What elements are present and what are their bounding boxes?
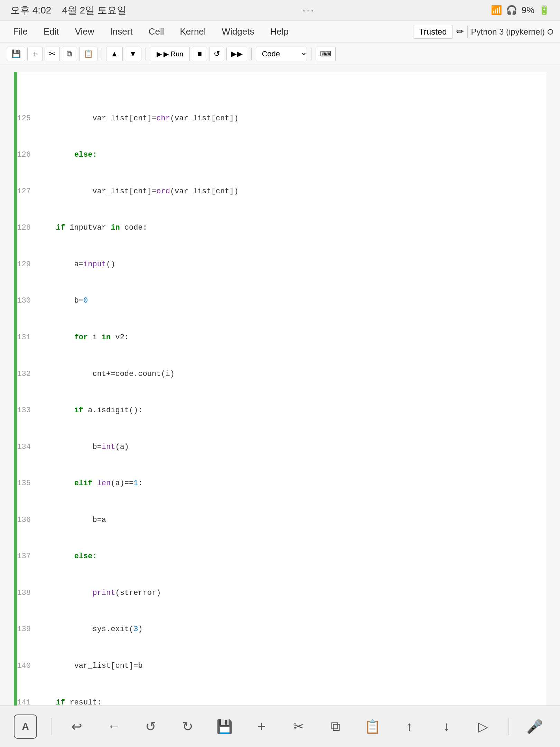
back-icon[interactable]: ← — [102, 714, 125, 739]
code-line-128: 128 if inputvar in code: — [17, 222, 546, 234]
code-cell: 125 var_list[cnt]=chr(var_list[cnt]) 126… — [14, 72, 546, 747]
up-bottom-icon[interactable]: ↑ — [398, 714, 421, 739]
add-bottom-icon[interactable]: + — [250, 714, 273, 739]
code-line-140: 140 var_list[cnt]=b — [17, 660, 546, 672]
code-line-138: 138 print(strerror) — [17, 587, 546, 599]
status-right: 📶 🎧 9% 🔋 — [491, 5, 550, 16]
menu-bar: File Edit View Insert Cell Kernel Widget… — [0, 21, 560, 43]
cut-button[interactable]: ✂ — [45, 47, 60, 61]
status-dots: ··· — [303, 5, 315, 16]
bottom-sep-2 — [508, 718, 509, 735]
keyboard-icon-box[interactable]: A — [14, 714, 37, 739]
toolbar: 💾 + ✂ ⧉ 📋 ▲ ▼ ▶ ▶ Run ■ ↺ ▶▶ Code Markdo… — [0, 43, 560, 65]
run-button[interactable]: ▶ ▶ Run — [150, 47, 190, 61]
forward-bottom-icon[interactable]: ▷ — [472, 714, 495, 739]
copy-bottom-icon[interactable]: ⧉ — [324, 714, 347, 739]
keyboard-a-label: A — [22, 721, 29, 732]
menu-help[interactable]: Help — [264, 24, 295, 39]
main-content: 125 var_list[cnt]=chr(var_list[cnt]) 126… — [0, 65, 560, 747]
cell-type-select[interactable]: Code Markdown Raw — [256, 47, 307, 61]
menu-cell[interactable]: Cell — [142, 24, 170, 39]
code-line-127: 127 var_list[cnt]=ord(var_list[cnt]) — [17, 185, 546, 197]
code-line-135: 135 elif len(a)==1: — [17, 477, 546, 489]
headphone-icon: 🎧 — [506, 5, 517, 16]
code-line-130: 130 b=0 — [17, 295, 546, 307]
code-cell-container: 125 var_list[cnt]=chr(var_list[cnt]) 126… — [14, 72, 546, 747]
code-line-137: 137 else: — [17, 550, 546, 562]
down-bottom-icon[interactable]: ↓ — [435, 714, 458, 739]
status-time: 오후 4:02 — [10, 5, 51, 16]
move-up-button[interactable]: ▲ — [106, 47, 123, 61]
menu-insert[interactable]: Insert — [104, 24, 139, 39]
code-line-131: 131 for i in v2: — [17, 331, 546, 343]
run-label: ▶ Run — [164, 50, 183, 58]
code-line-125: 125 var_list[cnt]=chr(var_list[cnt]) — [17, 112, 546, 124]
code-line-132: 132 cnt+=code.count(i) — [17, 368, 546, 380]
separator — [467, 26, 468, 38]
status-bar: 오후 4:02 4월 2일 토요일 ··· 📶 🎧 9% 🔋 — [0, 0, 560, 21]
code-line-133: 133 if a.isdigit(): — [17, 404, 546, 416]
redo-icon[interactable]: ↻ — [176, 714, 199, 739]
menu-edit[interactable]: Edit — [37, 24, 65, 39]
move-down-button[interactable]: ▼ — [125, 47, 141, 61]
code-line-126: 126 else: — [17, 149, 546, 161]
code-line-136: 136 b=a — [17, 514, 546, 526]
toolbar-separator-3 — [251, 48, 252, 60]
toolbar-separator-2 — [146, 48, 146, 60]
battery-level: 9% — [521, 5, 534, 16]
menu-kernel[interactable]: Kernel — [174, 24, 212, 39]
kernel-info: Python 3 (ipykernel) — [471, 27, 553, 37]
save-bottom-icon[interactable]: 💾 — [213, 714, 236, 739]
wifi-icon: 📶 — [491, 5, 502, 16]
toolbar-separator-4 — [311, 48, 311, 60]
add-cell-button[interactable]: + — [27, 47, 43, 61]
menu-view[interactable]: View — [69, 24, 101, 39]
restart-button[interactable]: ↺ — [209, 47, 224, 61]
battery-icon: 🔋 — [539, 5, 550, 16]
mic-icon[interactable]: 🎤 — [523, 714, 546, 739]
status-date: 4월 2일 토요일 — [62, 5, 127, 16]
kernel-name: Python 3 (ipykernel) — [471, 27, 545, 37]
bottom-bar: A ↩ ← ↺ ↻ 💾 + ✂ ⧉ 📋 ↑ ↓ ▷ 🎤 — [0, 706, 560, 747]
bottom-sep-1 — [51, 718, 52, 735]
trusted-button[interactable]: Trusted — [413, 25, 452, 39]
code-line-134: 134 b=int(a) — [17, 441, 546, 453]
toolbar-separator-1 — [102, 48, 102, 60]
undo-icon[interactable]: ↩ — [65, 714, 88, 739]
run-icon: ▶ — [157, 50, 162, 58]
menu-widgets[interactable]: Widgets — [216, 24, 261, 39]
save-button[interactable]: 💾 — [7, 47, 25, 61]
edit-pencil-icon[interactable]: ✏ — [456, 26, 464, 37]
code-line-129: 129 a=input() — [17, 258, 546, 270]
code-area: 125 var_list[cnt]=chr(var_list[cnt]) 126… — [17, 72, 546, 747]
menu-file[interactable]: File — [7, 24, 34, 39]
keyboard-shortcut-button[interactable]: ⌨ — [316, 47, 336, 61]
paste-bottom-icon[interactable]: 📋 — [361, 714, 384, 739]
copy-button[interactable]: ⧉ — [62, 47, 77, 61]
cell-code-content[interactable]: 125 var_list[cnt]=chr(var_list[cnt]) 126… — [16, 72, 546, 747]
kernel-status-dot — [548, 29, 553, 35]
code-line-139: 139 sys.exit(3) — [17, 623, 546, 635]
stop-button[interactable]: ■ — [192, 47, 207, 61]
status-time-date: 오후 4:02 4월 2일 토요일 — [10, 4, 127, 17]
cut-bottom-icon[interactable]: ✂ — [287, 714, 310, 739]
paste-button[interactable]: 📋 — [79, 47, 97, 61]
undo2-icon[interactable]: ↺ — [139, 714, 162, 739]
menu-right-group: Trusted ✏ Python 3 (ipykernel) — [413, 25, 553, 39]
restart-run-button[interactable]: ▶▶ — [226, 47, 247, 61]
